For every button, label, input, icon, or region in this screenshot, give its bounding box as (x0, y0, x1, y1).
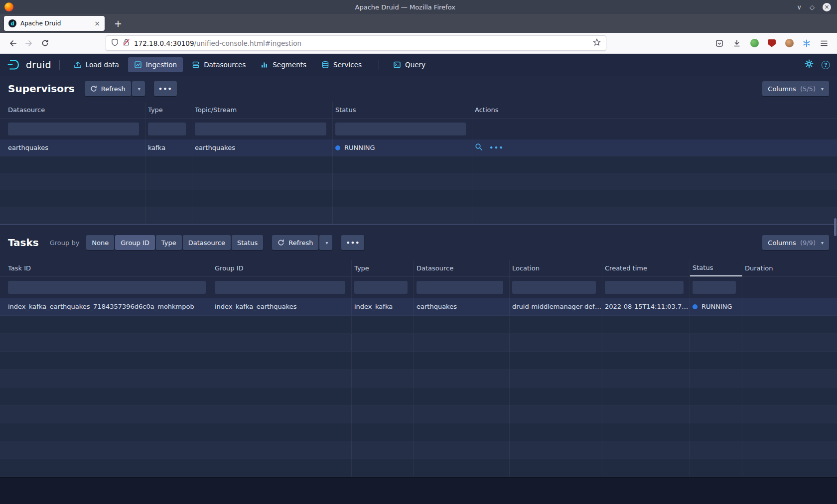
empty-row (0, 352, 837, 370)
tab-close-icon[interactable]: × (94, 19, 100, 27)
column-header-created-time[interactable]: Created time (602, 260, 690, 276)
tasks-filter-created-time-input[interactable] (605, 281, 684, 294)
settings-gear-icon[interactable] (805, 59, 814, 70)
url-host: 172.18.0.4:30109 (134, 39, 194, 47)
task-row[interactable]: index_kafka_earthquakes_7184357396d6c0a_… (0, 298, 837, 316)
profile-avatar-icon[interactable] (782, 36, 796, 50)
supervisors-section: Supervisors Refresh ▾ ••• Columns (5/5) … (0, 76, 837, 224)
url-bar[interactable]: 172.18.0.4:30109/unified-console.html#in… (106, 35, 606, 51)
tasks-refresh-button[interactable]: Refresh (272, 235, 318, 250)
extension-blue-icon[interactable] (800, 36, 814, 50)
tasks-filter-type-input[interactable] (354, 281, 408, 294)
group-by-group-id-button[interactable]: Group ID (115, 235, 155, 250)
task-id: index_kafka_earthquakes_7184357396d6c0a_… (8, 303, 194, 310)
column-header-topic-stream[interactable]: Topic/Stream (192, 102, 333, 118)
tasks-filter-location-input[interactable] (512, 281, 596, 294)
supervisors-refresh-button[interactable]: Refresh (85, 81, 131, 96)
nav-item-ingestion[interactable]: Ingestion (128, 57, 183, 72)
columns-count: (5/5) (800, 85, 816, 93)
nav-item-query[interactable]: Query (387, 57, 431, 72)
column-header-duration[interactable]: Duration (742, 260, 837, 276)
column-header-group-id[interactable]: Group ID (212, 260, 352, 276)
columns-label: Columns (768, 239, 796, 247)
header-divider (59, 60, 60, 70)
back-button[interactable] (5, 35, 21, 51)
load-data-icon (74, 61, 82, 69)
refresh-label: Refresh (288, 239, 313, 247)
insecure-lock-icon[interactable] (123, 38, 130, 48)
supervisor-detail-magnifier-icon[interactable] (475, 143, 483, 152)
column-header-location[interactable]: Location (510, 260, 602, 276)
column-header-status[interactable]: Status (333, 102, 472, 118)
tracking-protection-shield-icon[interactable] (111, 38, 119, 48)
tasks-filter-datasource-input[interactable] (417, 281, 503, 294)
bookmark-star-icon[interactable] (593, 38, 601, 48)
group-by-status-button[interactable]: Status (232, 235, 263, 250)
empty-row (0, 387, 837, 405)
pocket-icon[interactable] (712, 36, 726, 50)
empty-row (0, 405, 837, 423)
task-type: index_kafka (354, 303, 393, 310)
column-header-datasource[interactable]: Datasource (414, 260, 510, 276)
column-header-type[interactable]: Type (352, 260, 414, 276)
browser-toolbar: 172.18.0.4:30109/unified-console.html#in… (0, 33, 837, 54)
group-by-datasource-button[interactable]: Datasource (183, 235, 231, 250)
header-divider (379, 60, 379, 70)
nav-item-segments[interactable]: Segments (255, 57, 312, 72)
tasks-filter-task-id-input[interactable] (8, 281, 206, 294)
group-by-type-button[interactable]: Type (156, 235, 182, 250)
empty-row (0, 459, 837, 477)
refresh-icon (90, 85, 97, 92)
browser-tab[interactable]: d Apache Druid × (4, 16, 105, 31)
ingestion-icon (134, 61, 142, 69)
reload-button[interactable] (37, 35, 53, 51)
help-icon[interactable]: ? (822, 61, 830, 69)
scrollbar-thumb[interactable] (834, 218, 837, 236)
tasks-filter-group-id-input[interactable] (215, 281, 345, 294)
supervisors-filter-type-input[interactable] (148, 123, 186, 135)
nav-item-label: Load data (86, 61, 119, 69)
window-close-button[interactable]: × (823, 3, 831, 11)
menu-hamburger-icon[interactable] (817, 36, 831, 50)
window-titlebar: Apache Druid — Mozilla Firefox ∨ ◇ × (0, 0, 837, 14)
url-path: /unified-console.html#ingestion (194, 39, 302, 47)
ublock-origin-icon[interactable] (765, 36, 779, 50)
nav-item-services[interactable]: Services (315, 57, 368, 72)
downloads-icon[interactable] (730, 36, 744, 50)
nav-item-datasources[interactable]: Datasources (186, 57, 252, 72)
supervisors-refresh-caret-button[interactable]: ▾ (132, 81, 145, 96)
supervisor-datasource: earthquakes (8, 144, 48, 151)
tasks-columns-button[interactable]: Columns (9/9) ▾ (762, 235, 829, 250)
status-dot-icon (335, 145, 340, 150)
caret-down-icon: ▾ (325, 240, 328, 246)
supervisor-row[interactable]: earthquakes kafka earthquakes RUNNING ••… (0, 139, 837, 156)
supervisors-columns-button[interactable]: Columns (5/5) ▾ (762, 81, 829, 96)
supervisor-actions-more-icon[interactable]: ••• (489, 144, 504, 151)
nav-item-load-data[interactable]: Load data (68, 57, 125, 72)
empty-row (0, 173, 837, 190)
group-by-none-button[interactable]: None (86, 235, 114, 250)
column-header-status-sorted[interactable]: Status (690, 260, 742, 276)
column-header-datasource[interactable]: Datasource (0, 102, 145, 118)
supervisors-filter-datasource-input[interactable] (8, 123, 139, 135)
column-header-task-id[interactable]: Task ID (0, 260, 212, 276)
druid-brand[interactable]: druid (7, 59, 51, 71)
supervisors-filter-status-input[interactable] (335, 123, 466, 135)
tasks-more-button[interactable]: ••• (341, 235, 364, 250)
supervisors-more-button[interactable]: ••• (154, 81, 177, 96)
tasks-filter-status-input[interactable] (693, 281, 736, 294)
column-header-type[interactable]: Type (145, 102, 192, 118)
forward-button[interactable] (21, 35, 37, 51)
supervisors-filter-topic-input[interactable] (195, 123, 326, 135)
extension-green-icon[interactable] (747, 36, 761, 50)
window-minimize-button[interactable]: ∨ (797, 3, 802, 11)
empty-row (0, 316, 837, 334)
supervisor-status-cell: RUNNING (333, 139, 472, 156)
tasks-refresh-caret-button[interactable]: ▾ (319, 235, 332, 250)
new-tab-button[interactable]: + (112, 17, 125, 30)
columns-label: Columns (768, 85, 796, 93)
caret-down-icon: ▾ (138, 86, 140, 92)
services-icon (321, 61, 329, 69)
firefox-logo-icon (4, 2, 13, 11)
window-maximize-button[interactable]: ◇ (810, 3, 815, 11)
